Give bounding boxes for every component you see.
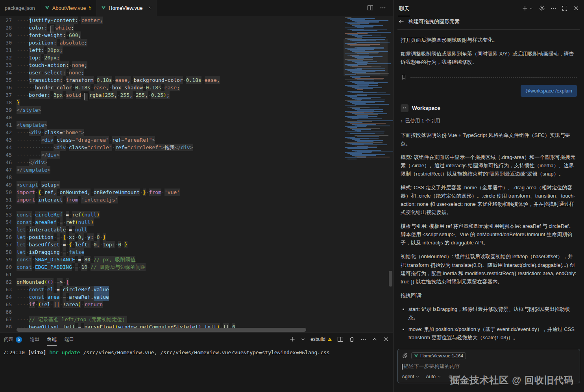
- close-icon[interactable]: [147, 6, 152, 10]
- vscode-window: package.json AboutView.vue 5 HomeView.vu…: [0, 0, 584, 392]
- code-line: 52: [0, 203, 342, 211]
- chat-panel-title: 聊天: [398, 1, 410, 16]
- code-line: 58let·isDragging·=·false: [0, 248, 342, 256]
- line-number: 58: [0, 248, 12, 256]
- code-line: 61: [0, 271, 342, 278]
- chevron-down-icon[interactable]: [301, 337, 305, 342]
- mode-picker[interactable]: Agent: [402, 374, 420, 379]
- panel-tab-label: 端口: [65, 336, 74, 343]
- terminal-output-line: 7:29:30 [vite] hmr update /src/views/Hom…: [0, 346, 393, 355]
- maximize-panel-icon[interactable]: [371, 336, 378, 342]
- bookmark-icon[interactable]: [401, 74, 407, 80]
- back-arrow-icon[interactable]: [398, 18, 405, 25]
- minimap-line: [355, 104, 389, 105]
- more-icon[interactable]: [550, 5, 556, 11]
- panel-tab-ports[interactable]: 端口: [65, 333, 74, 345]
- minimap-line: [357, 136, 379, 137]
- assistant-paragraph: 初始化（onMounted）: 组件挂载后读取圆初始的 left/top（bas…: [401, 252, 577, 285]
- line-number: 47: [0, 166, 12, 174]
- paperclip-icon[interactable]: [402, 353, 408, 359]
- context-attachment-chip[interactable]: HomeView.vue:1-164: [411, 352, 466, 359]
- line-number: 44: [0, 144, 12, 151]
- code-line: 66: [0, 308, 342, 316]
- references-toggle[interactable]: › 已使用 1 个引用: [401, 116, 577, 126]
- trash-icon[interactable]: [349, 336, 355, 342]
- code-line: 64····const·area·=·areaRef.value: [0, 293, 342, 301]
- vue-logo-icon: [101, 6, 106, 10]
- panel-tab-problems[interactable]: 问题 5: [4, 333, 22, 345]
- line-number: 37: [0, 91, 12, 99]
- tab-homeview[interactable]: HomeView.vue: [96, 0, 157, 16]
- split-terminal-icon[interactable]: [337, 336, 344, 342]
- close-panel-icon[interactable]: [383, 336, 389, 342]
- prompt-input[interactable]: 描述下一步要构建的内容: [402, 363, 576, 370]
- horizontal-scrollbar[interactable]: [17, 328, 306, 332]
- line-number: 59: [0, 256, 12, 263]
- input-action-icons: [447, 374, 461, 379]
- chat-checkpoint-divider: [401, 74, 577, 80]
- code-editor[interactable]: 27····justify-content:·center;28····colo…: [0, 16, 393, 333]
- code-line: 68····baseOffset.left·=·parseFloat(windo…: [0, 323, 342, 328]
- line-number: 28: [0, 24, 12, 31]
- chat-message-list[interactable]: 打开页面后拖拽圆形测试吸附与样式变化。如需调整吸附阈值或吸附到角落（同时吸附 X…: [394, 30, 584, 346]
- mic-icon[interactable]: [447, 374, 452, 379]
- scrollbar-thumb[interactable]: [389, 271, 392, 287]
- open-in-editor-icon[interactable]: [562, 5, 568, 11]
- tab-aboutview[interactable]: AboutView.vue 5: [40, 0, 96, 16]
- line-number: 39: [0, 106, 12, 114]
- line-number: 56: [0, 233, 12, 241]
- chat-input-box[interactable]: HomeView.vue:1-164 描述下一步要构建的内容 Agent Aut…: [397, 349, 580, 383]
- line-number: 57: [0, 241, 12, 248]
- vue-logo-icon: [45, 6, 50, 10]
- code-line: 32····top:·20px;: [0, 54, 342, 61]
- minimap-line: [352, 118, 382, 119]
- callback-item: end: 计算元素中心相对于 container 的坐标，分别求出到四个边的距离…: [408, 345, 577, 346]
- code-line: 56let·position·=·{·x:·0,·y:·0·}: [0, 233, 342, 241]
- send-icon[interactable]: [456, 374, 461, 379]
- close-icon[interactable]: [573, 5, 579, 11]
- terminal-profile[interactable]: esbuild: [310, 337, 332, 342]
- editor-region: package.json AboutView.vue 5 HomeView.vu…: [0, 0, 393, 392]
- code-line: 35····transition:·transform·0.18s·ease,·…: [0, 76, 342, 84]
- log-action: hmr update: [49, 349, 80, 355]
- terminal-profile-label: esbuild: [310, 337, 325, 342]
- log-source: [vite]: [28, 349, 46, 355]
- callbacks-list: start: 记录 isDragging，移除过渡并修改背景、边框与阴影以突出拖…: [401, 305, 577, 346]
- line-number: 31: [0, 46, 12, 54]
- line-number: 33: [0, 61, 12, 69]
- panel-tab-label: 输出: [30, 336, 39, 343]
- context-row: HomeView.vue:1-164: [402, 352, 576, 359]
- code-line: 33····touch-action:·none;: [0, 61, 342, 69]
- panel-tab-output[interactable]: 输出: [30, 333, 39, 345]
- code-line: 38}: [0, 99, 342, 106]
- line-number: 65: [0, 301, 12, 308]
- code-line: 29····font-weight:·600;: [0, 31, 342, 39]
- user-message-pill[interactable]: @workspace /explain: [521, 85, 577, 97]
- code-line: 67····// 记录基准 left/top（元素初始定位）: [0, 316, 342, 323]
- code-line: 42····<div·class="home">: [0, 129, 342, 136]
- model-picker[interactable]: Auto: [426, 374, 441, 379]
- callbacks-heading: 拖拽回调:: [401, 291, 577, 300]
- panel-tab-terminal[interactable]: 终端: [47, 333, 57, 346]
- more-icon[interactable]: [360, 336, 366, 342]
- new-chat-button[interactable]: [522, 5, 534, 11]
- code-line: 57let·baseOffset·=·{·left:·0,·top:·0·}: [0, 241, 342, 248]
- tab-label: AboutView.vue: [52, 5, 86, 11]
- line-number: 34: [0, 69, 12, 76]
- new-terminal-icon[interactable]: [289, 336, 296, 342]
- split-editor-icon[interactable]: [367, 5, 373, 11]
- line-number: 30: [0, 39, 12, 46]
- code-line: 30····position:·absolute;: [0, 39, 342, 46]
- code-line: 45········</div>: [0, 151, 342, 159]
- tab-label: HomeView.vue: [109, 5, 142, 11]
- minimap-viewport[interactable]: [344, 39, 388, 76]
- gear-icon[interactable]: [539, 5, 545, 11]
- color-swatch-rgba: [84, 93, 88, 100]
- line-number: 55: [0, 226, 12, 233]
- vertical-scrollbar[interactable]: [388, 16, 393, 333]
- code-line: 47</template>: [0, 166, 342, 174]
- more-icon[interactable]: [380, 5, 386, 11]
- minimap[interactable]: [344, 16, 388, 333]
- tab-package-json[interactable]: package.json: [0, 0, 40, 16]
- line-number: 41: [0, 121, 12, 129]
